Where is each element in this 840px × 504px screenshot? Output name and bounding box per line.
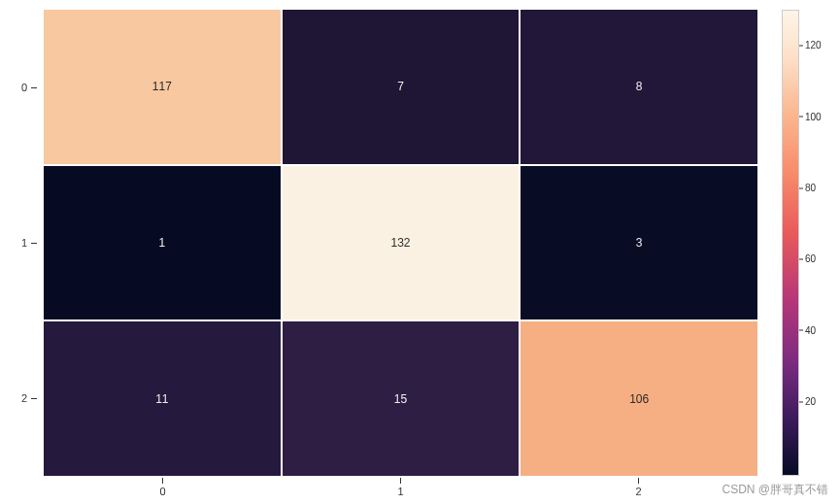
x-tick: 1 xyxy=(282,478,520,497)
x-tick: 0 xyxy=(44,478,282,497)
cell-0-0: 117 xyxy=(44,10,281,164)
colorbar-tick: 80 xyxy=(799,183,816,193)
cell-2-1: 15 xyxy=(283,321,520,476)
x-axis-ticks: 0 1 2 xyxy=(44,478,757,497)
y-tick: 1 xyxy=(21,165,27,320)
cell-1-0: 1 xyxy=(44,166,281,320)
cell-2-2: 106 xyxy=(521,321,757,476)
colorbar-tick: 120 xyxy=(799,40,822,50)
colorbar-tick: 100 xyxy=(799,111,822,121)
colorbar-tick: 20 xyxy=(799,396,816,407)
colorbar: 120 100 80 60 40 20 xyxy=(782,10,821,476)
y-tick: 2 xyxy=(21,320,27,476)
cell-1-1: 132 xyxy=(283,166,520,320)
colorbar-gradient xyxy=(782,10,799,476)
cell-1-2: 3 xyxy=(521,166,757,320)
colorbar-ticks: 120 100 80 60 40 20 xyxy=(799,10,821,476)
colorbar-tick: 60 xyxy=(799,253,816,264)
y-tick: 0 xyxy=(21,10,27,165)
watermark: CSDN @胖哥真不错 xyxy=(722,482,828,498)
heatmap-grid: 117 7 8 1 132 3 11 15 106 xyxy=(44,10,757,476)
cell-0-1: 7 xyxy=(283,10,520,164)
cell-2-0: 11 xyxy=(44,321,281,476)
colorbar-tick: 40 xyxy=(799,324,816,335)
cell-0-2: 8 xyxy=(521,10,757,164)
y-axis-ticks: 0 1 2 xyxy=(21,10,27,476)
heatmap-chart: 117 7 8 1 132 3 11 15 106 xyxy=(44,10,757,476)
